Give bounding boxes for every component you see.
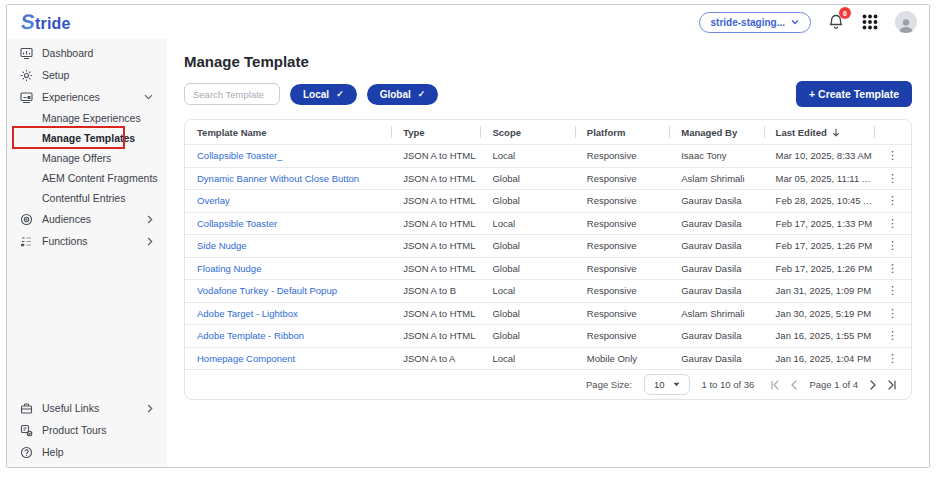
check-icon: ✓ — [336, 89, 344, 99]
cell-managed-by: Gaurav Dasila — [669, 330, 763, 341]
cell-type: JSON A to B — [391, 285, 480, 296]
row-actions-menu-icon[interactable]: ⋮ — [874, 307, 911, 320]
row-actions-menu-icon[interactable]: ⋮ — [874, 172, 911, 185]
help-icon — [20, 446, 33, 459]
cell-type: JSON A to HTML — [391, 263, 480, 274]
table-pagination: Page Size: 10 1 to 10 of 36 Page 1 of 4 — [185, 369, 911, 399]
column-header-managed-by[interactable]: Managed By — [669, 120, 763, 144]
sidebar-item-product-tours[interactable]: Product Tours — [7, 419, 167, 441]
sidebar-subitem-manage-templates[interactable]: Manage Templates — [7, 128, 167, 148]
environment-selector-label: stride-staging... — [711, 17, 785, 28]
cell-last-edited: Jan 30, 2025, 5:19 PM — [764, 308, 874, 319]
template-name-link[interactable]: Adobe Target - Lightbox — [185, 308, 391, 319]
sidebar-subitem-manage-offers[interactable]: Manage Offers — [7, 148, 167, 168]
cell-type: JSON A to HTML — [391, 195, 480, 206]
cell-managed-by: Isaac Tony — [669, 150, 763, 161]
subitem-label: Contentful Entries — [42, 192, 125, 204]
subitem-label: Manage Templates — [42, 132, 135, 144]
sidebar-item-label: Experiences — [42, 91, 100, 103]
filter-global-button[interactable]: Global ✓ — [367, 84, 439, 105]
pagination-range: 1 to 10 of 36 — [702, 379, 755, 390]
column-header-last-edited[interactable]: Last Edited — [764, 120, 874, 144]
subitem-label: Manage Experiences — [42, 112, 141, 124]
table-row[interactable]: Adobe Template - Ribbon JSON A to HTML G… — [185, 324, 911, 347]
pager-controls: Page 1 of 4 — [770, 379, 897, 390]
row-actions-menu-icon[interactable]: ⋮ — [874, 262, 911, 275]
sidebar: Dashboard Setup Experiences Manage Exper… — [7, 39, 167, 467]
chevron-right-icon — [147, 237, 153, 246]
table-row[interactable]: Overlay JSON A to HTML Global Responsive… — [185, 189, 911, 212]
environment-selector[interactable]: stride-staging... — [699, 12, 811, 33]
sidebar-subitem-manage-experiences[interactable]: Manage Experiences — [7, 108, 167, 128]
row-actions-menu-icon[interactable]: ⋮ — [874, 329, 911, 342]
template-name-link[interactable]: Vodafone Turkey - Default Popup — [185, 285, 391, 296]
cell-last-edited: Mar 05, 2025, 11:11 AM — [764, 173, 874, 184]
table-row[interactable]: Vodafone Turkey - Default Popup JSON A t… — [185, 279, 911, 302]
table-row[interactable]: Collapsible Toaster_ JSON A to HTML Loca… — [185, 144, 911, 167]
template-name-link[interactable]: Side Nudge — [185, 240, 391, 251]
table-row[interactable]: Homepage Component JSON A to A Local Mob… — [185, 347, 911, 370]
row-actions-menu-icon[interactable]: ⋮ — [874, 352, 911, 365]
column-header-scope[interactable]: Scope — [480, 120, 574, 144]
cell-platform: Responsive — [575, 263, 669, 274]
table-row[interactable]: Collapsible Toaster JSON A to HTML Local… — [185, 212, 911, 235]
cell-scope: Global — [480, 263, 574, 274]
sidebar-subitem-aem-content-fragments[interactable]: AEM Content Fragments — [7, 168, 167, 188]
template-name-link[interactable]: Collapsible Toaster_ — [185, 150, 391, 161]
column-header-platform[interactable]: Platform — [575, 120, 669, 144]
cell-last-edited: Feb 17, 2025, 1:26 PM — [764, 263, 874, 274]
page-size-select[interactable]: 10 — [644, 374, 690, 395]
sidebar-subitem-contentful-entries[interactable]: Contentful Entries — [7, 188, 167, 208]
cell-last-edited: Mar 10, 2025, 8:33 AM — [764, 150, 874, 161]
sidebar-item-experiences[interactable]: Experiences — [7, 86, 167, 108]
column-header-type[interactable]: Type — [391, 120, 480, 144]
template-name-link[interactable]: Overlay — [185, 195, 391, 206]
row-actions-menu-icon[interactable]: ⋮ — [874, 149, 911, 162]
template-name-link[interactable]: Homepage Component — [185, 353, 391, 364]
cell-last-edited: Feb 17, 2025, 1:33 PM — [764, 218, 874, 229]
template-name-link[interactable]: Dynamic Banner Without Close Button — [185, 173, 391, 184]
row-actions-menu-icon[interactable]: ⋮ — [874, 217, 911, 230]
search-input[interactable] — [184, 83, 280, 105]
next-page-button[interactable] — [870, 380, 876, 390]
column-header-template-name[interactable]: Template Name — [185, 120, 391, 144]
cell-managed-by: Gaurav Dasila — [669, 240, 763, 251]
table-row[interactable]: Side Nudge JSON A to HTML Global Respons… — [185, 234, 911, 257]
template-name-link[interactable]: Floating Nudge — [185, 263, 391, 274]
cell-scope: Global — [480, 330, 574, 341]
sidebar-item-dashboard[interactable]: Dashboard — [7, 42, 167, 64]
sidebar-item-useful-links[interactable]: Useful Links — [7, 397, 167, 419]
create-template-button[interactable]: + Create Template — [796, 81, 912, 107]
user-avatar[interactable] — [895, 11, 917, 33]
first-page-button[interactable] — [770, 380, 779, 390]
sidebar-item-help[interactable]: Help — [7, 441, 167, 463]
cell-scope: Global — [480, 195, 574, 206]
last-page-button[interactable] — [888, 380, 897, 390]
table-row[interactable]: Floating Nudge JSON A to HTML Global Res… — [185, 257, 911, 280]
row-actions-menu-icon[interactable]: ⋮ — [874, 194, 911, 207]
previous-page-button[interactable] — [791, 380, 797, 390]
sidebar-item-setup[interactable]: Setup — [7, 64, 167, 86]
filter-local-button[interactable]: Local ✓ — [290, 84, 357, 105]
tour-icon — [20, 424, 33, 437]
notifications-button[interactable]: 6 — [827, 13, 845, 31]
dashboard-icon — [20, 47, 33, 60]
sidebar-item-functions[interactable]: Functions — [7, 230, 167, 252]
row-actions-menu-icon[interactable]: ⋮ — [874, 239, 911, 252]
cell-type: JSON A to HTML — [391, 308, 480, 319]
table-row[interactable]: Adobe Target - Lightbox JSON A to HTML G… — [185, 302, 911, 325]
template-name-link[interactable]: Adobe Template - Ribbon — [185, 330, 391, 341]
page-title: Manage Template — [184, 53, 912, 70]
cell-platform: Responsive — [575, 150, 669, 161]
table-row[interactable]: Dynamic Banner Without Close Button JSON… — [185, 167, 911, 190]
sidebar-item-audiences[interactable]: Audiences — [7, 208, 167, 230]
template-name-link[interactable]: Collapsible Toaster — [185, 218, 391, 229]
cell-scope: Local — [480, 150, 574, 161]
apps-menu-button[interactable] — [861, 13, 879, 31]
stride-logo[interactable]: Stride — [21, 10, 71, 34]
apps-grid-icon — [861, 13, 879, 31]
person-icon — [897, 17, 915, 33]
row-actions-menu-icon[interactable]: ⋮ — [874, 284, 911, 297]
chevron-right-icon — [147, 404, 153, 413]
sort-descending-icon — [832, 128, 840, 137]
